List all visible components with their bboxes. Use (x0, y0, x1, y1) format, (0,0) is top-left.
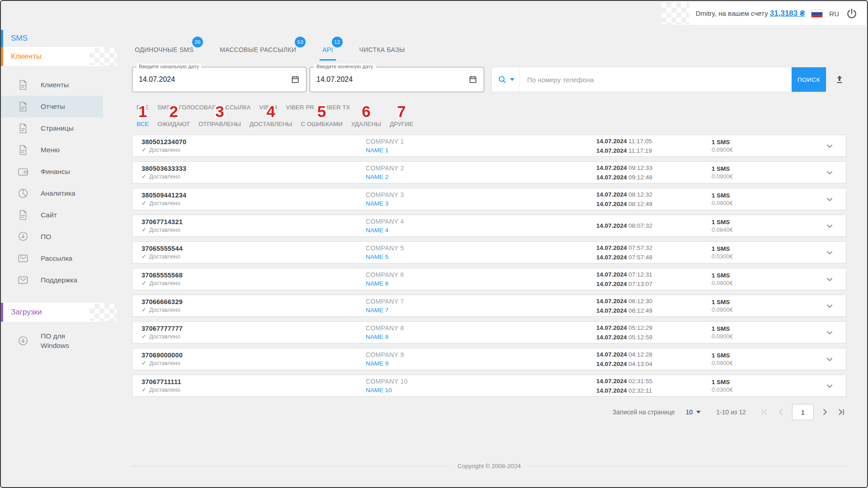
expand-cell[interactable] (813, 354, 846, 365)
channel-filter[interactable]: VIBER PR (286, 104, 314, 111)
table-row[interactable]: 37067777777 ✓Доставлено COMPANY 8 NAME 8… (132, 321, 846, 343)
sidebar-section-header[interactable]: SMS (1, 30, 103, 47)
phone-number: 380509441234 (142, 192, 366, 199)
power-logout-icon[interactable] (845, 7, 858, 20)
sidebar-item[interactable]: Страницы (1, 117, 103, 139)
tab[interactable]: МАССОВЫЕ РАССЫЛКИ53 (217, 41, 299, 61)
end-date-label: Введите конечную дату (314, 64, 376, 69)
sender-name-link[interactable]: NAME 10 (366, 387, 392, 394)
sender-name-link[interactable]: NAME 7 (366, 307, 388, 314)
expand-cell[interactable] (813, 274, 846, 285)
check-icon: ✓ (142, 173, 146, 180)
calendar-icon[interactable] (291, 75, 300, 84)
delivery-status: ✓Доставлено (142, 333, 366, 340)
search-button[interactable]: ПОИСК (792, 67, 826, 92)
dates-cell: 14.07.2024 11:17:05 14.07.2024 11:17:19 (596, 136, 712, 155)
expand-cell[interactable] (813, 380, 846, 391)
document-icon (17, 209, 29, 221)
tab-badge: 12 (332, 37, 343, 47)
chevron-down-icon (824, 167, 835, 178)
company-cell: COMPANY 8 NAME 8 (366, 324, 596, 341)
language-label[interactable]: RU (829, 10, 839, 18)
sender-name-link[interactable]: NAME 2 (366, 174, 388, 180)
sender-name-link[interactable]: NAME 8 (366, 333, 388, 340)
prev-page-icon[interactable] (776, 407, 786, 417)
expand-cell[interactable] (813, 141, 846, 151)
sidebar-item[interactable]: Сайт (1, 204, 103, 226)
last-page-icon[interactable] (836, 407, 846, 417)
status-filter[interactable]: 3ОТПРАВЛЕНЫ (198, 121, 241, 127)
sent-date: 14.07.2024 (596, 378, 627, 385)
phone-cell: 37066666329 ✓Доставлено (132, 298, 366, 313)
sms-price: 0.0900€ (712, 200, 813, 206)
expand-cell[interactable] (813, 167, 846, 178)
first-page-icon[interactable] (760, 407, 769, 417)
company-cell: COMPANY 5 NAME 5 (366, 244, 596, 261)
status-filter[interactable]: 6УДАЛЕНЫ (351, 121, 381, 127)
sidebar-section-header[interactable]: Загрузки (1, 303, 103, 322)
per-page-select[interactable]: 10 (686, 408, 701, 416)
sidebar-item[interactable]: Поддержка (1, 269, 103, 291)
sender-name-link[interactable]: NAME 4 (366, 227, 388, 234)
current-page-input[interactable]: 1 (792, 404, 814, 420)
search-type-dropdown[interactable] (492, 67, 520, 92)
end-date-field[interactable]: Введите конечную дату 14.07.2024 (310, 67, 484, 92)
start-date-field[interactable]: Введите начальную дату 14.07.2024 (132, 67, 307, 92)
tab[interactable]: API12 (320, 41, 335, 61)
status-filter[interactable]: 7ДРУГИЕ (390, 121, 413, 127)
expand-cell[interactable] (813, 247, 846, 258)
channel-filter[interactable]: VIBER (259, 104, 278, 111)
sidebar-item[interactable]: Аналитика (1, 183, 103, 204)
sidebar-item[interactable]: ПО (1, 226, 103, 248)
table-row[interactable]: 37066666329 ✓Доставлено COMPANY 7 NAME 7… (132, 295, 846, 317)
search-input[interactable] (520, 67, 792, 92)
chevron-down-icon (824, 141, 835, 151)
delivered-date: 14.07.2024 (596, 281, 627, 287)
status-filter[interactable]: 5С ОШИБКАМИ (301, 121, 343, 127)
status-filter[interactable]: 2ОЖИДАЮТ (157, 121, 190, 127)
phone-number: 37065555568 (142, 272, 366, 279)
sidebar-item[interactable]: Отчеты (1, 96, 103, 117)
calendar-icon[interactable] (468, 75, 477, 84)
sidebar-item[interactable]: Финансы (1, 161, 103, 183)
search-icon (497, 75, 507, 84)
company-label: COMPANY 9 (366, 351, 596, 358)
channel-filter[interactable]: VIBER TX (323, 104, 350, 111)
sidebar-item[interactable]: ПО для Windows (1, 330, 103, 352)
tab[interactable]: ЧИСТКА БАЗЫ (357, 41, 408, 61)
channel-filter[interactable]: ГОЛОСОВАЯ РАССЫЛКА (179, 104, 251, 111)
status-filter[interactable]: 1ВСЕ (137, 121, 149, 127)
sidebar-item[interactable]: Рассылка (1, 248, 103, 269)
channel-filter[interactable]: SMS (157, 104, 170, 111)
chevron-down-icon (824, 194, 835, 205)
table-row[interactable]: 37067711111 ✓Доставлено COMPANY 10 NAME … (132, 375, 846, 397)
sender-name-link[interactable]: NAME 9 (366, 360, 388, 367)
sender-name-link[interactable]: NAME 6 (366, 280, 388, 287)
sender-name-link[interactable]: NAME 3 (366, 200, 388, 207)
balance-link[interactable]: 31,3183 ₴ (770, 9, 805, 18)
table-row[interactable]: 380509441234 ✓Доставлено COMPANY 3 NAME … (132, 188, 846, 210)
upload-icon[interactable] (833, 67, 846, 92)
tab[interactable]: ОДИНОЧНЫЕ SMS36 (132, 41, 196, 61)
channel-filter[interactable]: ВСЕ (137, 104, 149, 111)
table-row[interactable]: 380503633333 ✓Доставлено COMPANY 2 NAME … (132, 161, 846, 183)
expand-cell[interactable] (813, 221, 846, 231)
sender-name-link[interactable]: NAME 5 (366, 253, 388, 260)
table-row[interactable]: 37067714321 ✓Доставлено COMPANY 4 NAME 4… (132, 215, 846, 237)
sender-name-link[interactable]: NAME 1 (366, 147, 388, 154)
sidebar-section-header[interactable]: Клиенты (1, 47, 103, 66)
next-page-icon[interactable] (820, 407, 830, 417)
table-row[interactable]: 37069000000 ✓Доставлено COMPANY 9 NAME 9… (132, 348, 846, 370)
expand-cell[interactable] (813, 300, 846, 311)
table-row[interactable]: 380501234070 ✓Доставлено COMPANY 1 NAME … (132, 135, 846, 157)
expand-cell[interactable] (813, 194, 846, 205)
table-row[interactable]: 37065555568 ✓Доставлено COMPANY 6 NAME 6… (132, 268, 846, 290)
status-filter[interactable]: 4ДОСТАВЛЕНЫ (250, 121, 292, 127)
sent-time: 05:12:29 (628, 324, 652, 331)
sent-time: 07:12:31 (628, 271, 652, 278)
sidebar-item[interactable]: Клиенты (1, 74, 103, 96)
expand-cell[interactable] (813, 327, 846, 338)
table-row[interactable]: 37065555544 ✓Доставлено COMPANY 5 NAME 5… (132, 241, 846, 263)
tab-badge: 36 (192, 37, 203, 47)
sidebar-item[interactable]: Меню (1, 139, 103, 161)
